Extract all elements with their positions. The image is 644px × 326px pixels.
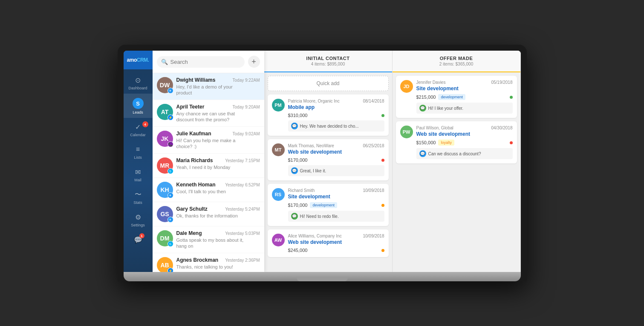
sidebar-item-dashboard[interactable]: ⊙ Dashboard [124, 71, 153, 94]
lead-dot [510, 141, 513, 144]
column-subtitle: 2 items: $365,000 [399, 62, 514, 66]
lead-tag: development [310, 202, 337, 208]
chat-list-item[interactable]: DM S Dale Meng Yesterday 5:03PM Gotta sp… [153, 226, 264, 253]
chat-preview: Hey, I'd like a demo of your product [176, 84, 245, 96]
column-body: JD Jennifer Davies 05/19/2018 Site devel… [393, 72, 520, 272]
chat-time: Yesterday 7:15PM [225, 158, 260, 163]
lead-title: Site development [288, 194, 384, 200]
lead-tag: loyalty [438, 140, 454, 146]
search-input[interactable] [170, 59, 240, 65]
quick-add-button[interactable]: Quick add [268, 76, 389, 91]
lead-card[interactable]: PW Paul Wilson, Global 04/30/2018 Web si… [396, 121, 517, 163]
lead-card[interactable]: PM Patricia Moore, Organic Inc 08/14/201… [268, 94, 389, 136]
lead-card-header: Alice Williams, Company Inc 10/09/2018 [288, 234, 384, 238]
crm-columns: INITIAL CONTACT 4 items: $895,000 Quick … [264, 51, 521, 272]
lead-title: Web site development [288, 239, 384, 245]
lead-message: 💬 Hey. We have decided to cho... [288, 120, 384, 132]
chat-name: Julie Kaufman [176, 131, 211, 137]
lead-bottom: $170,000 [288, 157, 384, 163]
card-body: JD Jennifer Davies 05/19/2018 Site devel… [400, 80, 513, 114]
chat-list-item[interactable]: KH ✈ Kenneth Homan Yesterday 6:52PM Cool… [153, 178, 264, 202]
app-logo: amoCRM. [124, 51, 153, 69]
card-body: PW Paul Wilson, Global 04/30/2018 Web si… [400, 126, 513, 159]
chat-list-item[interactable]: MR S Maria Richards Yesterday 7:15PM Yea… [153, 154, 264, 178]
lead-avatar: MT [272, 143, 285, 156]
sidebar-item-lists[interactable]: ≡ Lists [124, 140, 153, 163]
chat-name: Kenneth Homan [176, 182, 216, 188]
lead-avatar: AW [272, 234, 285, 246]
sidebar-item-leads[interactable]: S Leads [124, 94, 153, 118]
lead-card[interactable]: MT Mark Thomas, NeoWare 06/25/2018 Web s… [268, 139, 389, 180]
lead-dot [381, 204, 384, 207]
message-text: Hi! Need to redo file. [300, 214, 339, 219]
chat-time: Yesterday 5:24PM [225, 207, 260, 212]
lists-icon: ≡ [133, 145, 143, 154]
lead-card[interactable]: JD Jennifer Davies 05/19/2018 Site devel… [396, 76, 517, 118]
calendar-icon: ✓ [133, 122, 143, 132]
search-box[interactable]: 🔍 [157, 56, 245, 68]
lead-dot [381, 249, 384, 252]
lead-bottom: $150,000 loyalty [416, 140, 513, 146]
chat-time: Today 9:20AM [233, 105, 260, 109]
stats-icon: 〜 [133, 190, 143, 199]
chat-name: Agnes Brockman [176, 257, 219, 263]
lead-message: 💬 Great, I like it. [288, 165, 384, 176]
chat-info: Julie Kaufman Today 9:02AM Hi! Can you h… [176, 131, 260, 149]
lead-date: 06/25/2018 [363, 143, 384, 148]
chat-top: Dwight Williams Today 9:22AM [176, 77, 260, 83]
sidebar-item-stats[interactable]: 〜 Stats [124, 186, 153, 208]
mail-icon: ✉ [133, 167, 143, 177]
sidebar: amoCRM. ⊙ Dashboard S Leads ✓ 4 Calendar [124, 51, 153, 272]
sidebar-item-mail[interactable]: ✉ Mail [124, 163, 153, 186]
sidebar-label-calendar: Calendar [130, 133, 146, 137]
lead-title: Web site development [288, 149, 384, 155]
chat-list-item[interactable]: AT ⚡ April Teeter Today 9:20AM Any chanc… [153, 100, 264, 127]
avatar-wrap: DW ✈ [157, 77, 173, 93]
chat-list-item[interactable]: AB ⚡ Agnes Brockman Yesterday 2:36PM Tha… [153, 253, 264, 272]
chat-time: Today 9:22AM [233, 78, 260, 83]
lead-card[interactable]: RS Richard Smith 10/09/2018 Site develop… [268, 184, 389, 226]
avatar-wrap: AB ⚡ [157, 257, 173, 272]
chat-list-item[interactable]: GS ✈ Gary Schultz Yesterday 5:24PM Ok, t… [153, 202, 264, 226]
sidebar-item-chat[interactable]: 💬 1 [124, 231, 153, 248]
chat-info: Kenneth Homan Yesterday 6:52PM Cool, I'l… [176, 182, 260, 194]
lead-dot [381, 159, 384, 162]
card-body: RS Richard Smith 10/09/2018 Site develop… [272, 188, 384, 222]
search-icon: 🔍 [161, 59, 168, 65]
lead-contact: Mark Thomas, NeoWare [288, 143, 334, 148]
sidebar-label-stats: Stats [133, 200, 142, 205]
lead-avatar: RS [272, 188, 285, 201]
lead-contact: Jennifer Davies [416, 80, 446, 85]
chat-info: Dale Meng Yesterday 5:03PM Gotta speak t… [176, 230, 260, 249]
lead-dot [510, 96, 513, 99]
channel-badge-telegram: ✈ [167, 217, 173, 223]
add-chat-button[interactable]: + [248, 56, 260, 68]
chat-preview: Ok, thanks for the information [176, 213, 245, 219]
crm-column-offer_made: OFFER MADE 2 items: $365,000 JD Jennifer… [393, 51, 521, 272]
lead-contact: Richard Smith [288, 188, 315, 193]
chat-list-item[interactable]: DW ✈ Dwight Williams Today 9:22AM Hey, I… [153, 73, 264, 100]
chat-top: Kenneth Homan Yesterday 6:52PM [176, 182, 260, 188]
lead-date: 04/30/2018 [491, 126, 512, 130]
sidebar-label-mail: Mail [134, 178, 142, 182]
lead-date: 08/14/2018 [363, 99, 384, 103]
sidebar-item-settings[interactable]: ⚙ Settings [124, 208, 153, 231]
sidebar-item-calendar[interactable]: ✓ 4 Calendar [124, 118, 153, 140]
channel-badge-telegram: ✈ [167, 88, 173, 94]
crm-column-initial_contact: INITIAL CONTACT 4 items: $895,000 Quick … [264, 51, 393, 272]
message-icon: 💬 [291, 167, 298, 174]
settings-icon: ⚙ [133, 212, 143, 222]
chat-preview: Cool, I'll talk to you then [176, 189, 245, 194]
lead-card-header: Paul Wilson, Global 04/30/2018 [416, 126, 513, 130]
lead-title: Web site development [416, 131, 513, 137]
chat-icon: 💬 1 [133, 235, 143, 244]
lead-avatar: PM [272, 99, 285, 112]
column-title: INITIAL CONTACT [270, 56, 386, 61]
lead-bottom: $310,000 [288, 113, 384, 118]
chat-time: Yesterday 5:03PM [225, 231, 260, 236]
sidebar-label-settings: Settings [131, 223, 145, 227]
lead-avatar: PW [400, 126, 413, 138]
lead-card[interactable]: AW Alice Williams, Company Inc 10/09/201… [268, 229, 389, 257]
card-body: AW Alice Williams, Company Inc 10/09/201… [272, 234, 384, 253]
chat-list-item[interactable]: JK 📞 Julie Kaufman Today 9:02AM Hi! Can … [153, 127, 264, 154]
